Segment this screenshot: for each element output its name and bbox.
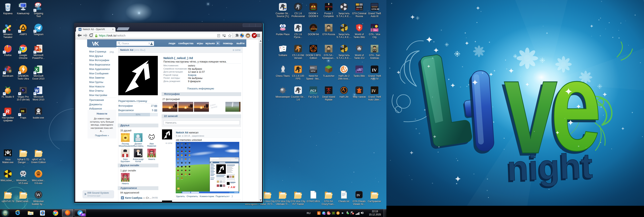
svg-text:99: 99	[21, 109, 24, 113]
svg-text:IV: IV	[372, 89, 376, 93]
svg-text:GTA III: GTA III	[372, 8, 379, 10]
svg-text:W: W	[36, 192, 40, 197]
svg-text:P: P	[36, 47, 38, 51]
svg-text:DOOM: DOOM	[310, 28, 317, 30]
svg-text:FC3: FC3	[310, 89, 316, 92]
svg-text:R: R	[6, 109, 10, 114]
svg-text:GRAND: GRAND	[356, 6, 362, 8]
svg-text:MW: MW	[310, 69, 316, 72]
svg-text:RT: RT	[327, 92, 330, 94]
svg-text:IV: IV	[372, 67, 377, 72]
svg-text:2: 2	[345, 67, 346, 69]
svg-text:Vice: Vice	[374, 29, 377, 31]
svg-text:X: X	[35, 67, 38, 72]
svg-text:.7: .7	[324, 214, 325, 215]
svg-text:night: night	[506, 146, 593, 188]
svg-text:NFS: NFS	[310, 66, 314, 69]
svg-text:2: 2	[328, 7, 329, 10]
svg-text:IV: IV	[356, 194, 360, 197]
svg-text:VK: VK	[92, 41, 99, 47]
svg-text:W: W	[35, 88, 38, 93]
svg-text:9: 9	[8, 91, 10, 94]
